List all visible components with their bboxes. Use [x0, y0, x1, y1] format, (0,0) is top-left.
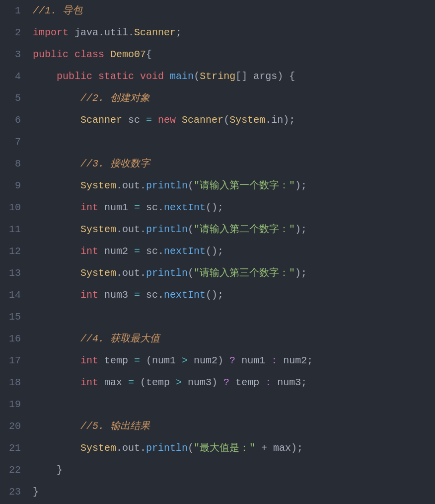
ln-1: 1: [0, 0, 21, 22]
code-line-10: int num1 = sc.nextInt();: [33, 197, 435, 219]
ln-12: 12: [0, 241, 21, 262]
code-line-19: [33, 394, 435, 416]
code-line-3: public class Demo07{: [33, 44, 435, 66]
code-line-22: }: [33, 459, 435, 481]
ln-16: 16: [0, 328, 21, 350]
ln-22: 22: [0, 459, 21, 481]
ln-15: 15: [0, 306, 21, 328]
ln-2: 2: [0, 22, 21, 44]
code-line-17: int temp = (num1 > num2) ? num1 : num2;: [33, 350, 435, 372]
code-editor: 1 2 3 4 5 6 7 8 9 10 11 12 13 14 15 16 1…: [0, 0, 435, 504]
ln-10: 10: [0, 197, 21, 219]
code-line-7: [33, 131, 435, 153]
code-line-4: public static void main(String[] args) {: [33, 66, 435, 87]
code-body: //1. 导包 import java.util.Scanner; public…: [29, 0, 435, 504]
code-line-23: }: [33, 481, 435, 503]
ln-11: 11: [0, 219, 21, 241]
line-numbers: 1 2 3 4 5 6 7 8 9 10 11 12 13 14 15 16 1…: [0, 0, 29, 504]
ln-13: 13: [0, 262, 21, 284]
ln-21: 21: [0, 437, 21, 459]
ln-17: 17: [0, 350, 21, 372]
code-line-15: [33, 306, 435, 328]
ln-8: 8: [0, 153, 21, 175]
ln-19: 19: [0, 394, 21, 416]
ln-23: 23: [0, 481, 21, 503]
code-line-8: //3. 接收数字: [33, 153, 435, 175]
ln-9: 9: [0, 175, 21, 197]
ln-5: 5: [0, 87, 21, 109]
ln-7: 7: [0, 131, 21, 153]
code-line-18: int max = (temp > num3) ? temp : num3;: [33, 372, 435, 394]
ln-18: 18: [0, 372, 21, 394]
code-line-13: System.out.println("请输入第三个数字：");: [33, 262, 435, 284]
code-line-5: //2. 创建对象: [33, 87, 435, 109]
ln-14: 14: [0, 284, 21, 306]
code-line-1: //1. 导包: [33, 0, 435, 22]
code-line-2: import java.util.Scanner;: [33, 22, 435, 44]
ln-4: 4: [0, 66, 21, 87]
ln-6: 6: [0, 109, 21, 131]
code-line-20: //5. 输出结果: [33, 416, 435, 437]
code-line-14: int num3 = sc.nextInt();: [33, 284, 435, 306]
code-line-6: Scanner sc = new Scanner(System.in);: [33, 109, 435, 131]
code-line-12: int num2 = sc.nextInt();: [33, 241, 435, 262]
ln-3: 3: [0, 44, 21, 66]
code-line-11: System.out.println("请输入第二个数字：");: [33, 219, 435, 241]
code-line-21: System.out.println("最大值是：" + max);: [33, 437, 435, 459]
code-line-9: System.out.println("请输入第一个数字：");: [33, 175, 435, 197]
code-line-16: //4. 获取最大值: [33, 328, 435, 350]
ln-20: 20: [0, 416, 21, 437]
